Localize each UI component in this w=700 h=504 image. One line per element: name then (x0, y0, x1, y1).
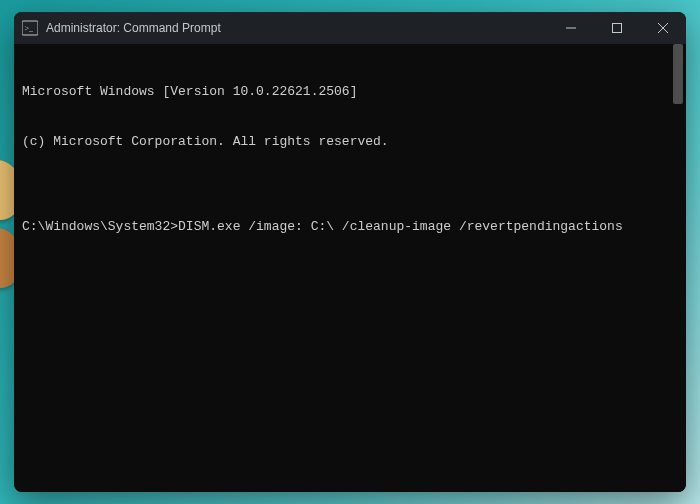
terminal-line-copyright: (c) Microsoft Corporation. All rights re… (22, 134, 678, 151)
minimize-button[interactable] (548, 12, 594, 44)
terminal-scrollbar[interactable] (671, 44, 685, 491)
window-controls (548, 12, 686, 44)
scrollbar-thumb[interactable] (673, 44, 683, 104)
close-button[interactable] (640, 12, 686, 44)
svg-rect-3 (613, 24, 622, 33)
window-title: Administrator: Command Prompt (46, 21, 221, 35)
terminal-prompt-line: C:\Windows\System32>DISM.exe /image: C:\… (22, 219, 678, 236)
maximize-button[interactable] (594, 12, 640, 44)
window-titlebar[interactable]: >_ Administrator: Command Prompt (14, 12, 686, 44)
svg-text:>_: >_ (25, 24, 35, 33)
prompt-command[interactable]: DISM.exe /image: C:\ /cleanup-image /rev… (178, 219, 623, 236)
command-prompt-window: >_ Administrator: Command Prompt Microso… (14, 12, 686, 492)
prompt-path: C:\Windows\System32> (22, 219, 178, 236)
terminal-line-version: Microsoft Windows [Version 10.0.22621.25… (22, 84, 678, 101)
terminal-output[interactable]: Microsoft Windows [Version 10.0.22621.25… (14, 44, 686, 492)
cmd-icon: >_ (22, 20, 38, 36)
